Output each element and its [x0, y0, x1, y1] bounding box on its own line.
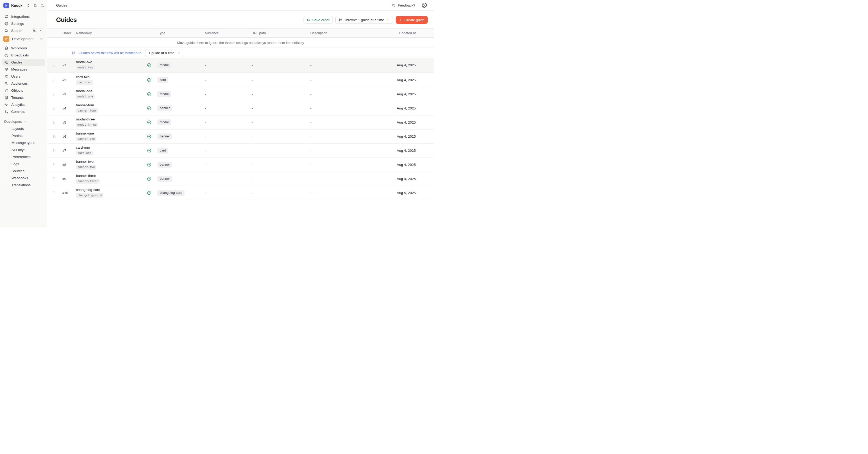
sidebar-subitem-label: Layouts — [11, 127, 24, 131]
sidebar-item-settings[interactable]: Settings — [2, 20, 45, 27]
drag-handle[interactable] — [53, 149, 59, 152]
sidebar-subitem-sources[interactable]: Sources — [7, 167, 45, 174]
updated-at-cell: Aug 4, 2025 — [374, 63, 416, 67]
workspace-logo: k — [3, 3, 9, 8]
drag-handle[interactable] — [53, 78, 59, 82]
developers-section-toggle[interactable]: Developers — [2, 118, 45, 124]
guide-row-banner-three[interactable]: #9 banner-three banner-three banner - - … — [47, 172, 434, 186]
column-header-description: Description — [309, 31, 374, 35]
url-path-cell: - — [250, 149, 309, 152]
sidebar-item-tenants[interactable]: Tenants — [2, 94, 45, 101]
guide-key-badge: banner-four — [76, 108, 98, 113]
updated-at-cell: Aug 4, 2025 — [374, 78, 416, 82]
guide-row-banner-one[interactable]: #6 banner-one banner-one banner - - - Au… — [47, 130, 434, 144]
sidebar-item-label: Workflows — [11, 46, 27, 50]
name-key-cell: modal-one modal-one — [71, 89, 147, 99]
throttle-ignore-drop-zone[interactable]: Move guides here to ignore the throttle … — [47, 38, 434, 48]
chevron-down-icon — [24, 120, 27, 123]
guide-row-changelog-card[interactable]: #10 changelog-card changelog-card change… — [47, 186, 434, 200]
url-path-cell: - — [250, 163, 309, 167]
bell-icon[interactable] — [33, 3, 37, 7]
throttle-divider-row[interactable]: Guides below this row will be throttled … — [47, 48, 434, 58]
sidebar-item-label: Users — [11, 75, 20, 78]
drag-handle[interactable] — [53, 135, 59, 138]
sidebar-item-audiences[interactable]: Audiences — [2, 80, 45, 87]
type-badge: banner — [157, 105, 172, 111]
guides-icon — [4, 60, 9, 64]
url-path-cell: - — [250, 63, 309, 67]
drag-handle[interactable] — [53, 191, 59, 195]
environment-switcher[interactable]: Development — [2, 35, 45, 42]
sidebar-subitem-translations[interactable]: Translations — [7, 181, 45, 189]
audience-cell: - — [203, 191, 250, 195]
sidebar-main-nav: Workflows Broadcasts Guides Messages Use… — [0, 45, 47, 115]
status-cell — [147, 163, 157, 167]
sidebar-item-messages[interactable]: Messages — [2, 66, 45, 73]
throttle-value-dropdown[interactable]: 1 guide at a time — [145, 49, 183, 57]
feedback-button[interactable]: Feedback? — [392, 3, 415, 7]
save-order-button[interactable]: Save order — [304, 16, 333, 24]
drag-dots-icon — [53, 78, 56, 82]
sidebar-subitem-label: Sources — [11, 169, 25, 173]
guide-row-banner-four[interactable]: #4 banner-four banner-four banner - - - … — [47, 101, 434, 115]
audience-cell: - — [203, 63, 250, 67]
description-cell: - — [309, 106, 374, 110]
sidebar-subitem-layouts[interactable]: Layouts — [7, 125, 45, 132]
guide-name: card-two — [76, 75, 90, 79]
sidebar: k Knock Integrations Settings Search ⌘K … — [0, 0, 47, 227]
check-circle-icon — [147, 63, 151, 67]
guide-row-modal-two[interactable]: #1 modal-two modal-two modal - - - Aug 4… — [47, 58, 434, 73]
guide-row-modal-one[interactable]: #3 modal-one modal-one modal - - - Aug 4… — [47, 87, 434, 101]
chevrons-up-down-icon[interactable] — [26, 3, 30, 7]
sidebar-item-broadcasts[interactable]: Broadcasts — [2, 52, 45, 59]
sidebar-subitem-api-keys[interactable]: API keys — [7, 146, 45, 153]
drag-dots-icon — [53, 120, 56, 124]
sidebar-item-analytics[interactable]: Analytics — [2, 101, 45, 108]
guide-row-card-two[interactable]: #2 card-two card-two card - - - Aug 4, 2… — [47, 73, 434, 87]
sidebar-item-objects[interactable]: Objects — [2, 87, 45, 94]
user-avatar-button[interactable] — [422, 2, 427, 8]
guide-row-modal-three[interactable]: #5 modal-three modal-three modal - - - A… — [47, 115, 434, 130]
sidebar-subitem-webhooks[interactable]: Webhooks — [7, 174, 45, 181]
type-badge: banner — [157, 134, 172, 140]
drag-handle[interactable] — [53, 63, 59, 67]
description-cell: - — [309, 63, 374, 67]
throttle-dropdown-button[interactable]: Throttle: 1 guide at a time — [335, 16, 393, 24]
sidebar-item-commits[interactable]: Commits — [2, 108, 45, 115]
drag-handle[interactable] — [53, 92, 59, 96]
check-circle-icon — [147, 163, 151, 167]
name-key-cell: card-one card-one — [71, 146, 147, 155]
sidebar-subitem-partials[interactable]: Partials — [7, 132, 45, 139]
status-cell — [147, 191, 157, 195]
description-cell: - — [309, 149, 374, 152]
guide-name: banner-two — [76, 160, 94, 164]
sidebar-item-guides[interactable]: Guides — [2, 59, 45, 66]
table-header: Order Name/Key Type Audience URL path De… — [47, 28, 434, 38]
create-guide-button[interactable]: Create guide — [396, 16, 428, 24]
sidebar-item-integrations[interactable]: Integrations — [2, 13, 45, 20]
search-icon — [4, 28, 9, 33]
sidebar-item-label: Settings — [11, 22, 24, 26]
drag-handle[interactable] — [53, 106, 59, 110]
sidebar-item-users[interactable]: Users — [2, 73, 45, 80]
status-cell — [147, 78, 157, 82]
drag-handle[interactable] — [53, 177, 59, 181]
type-badge: banner — [157, 176, 172, 182]
workspace-switcher[interactable]: k Knock — [0, 0, 47, 11]
sidebar-subitem-logs[interactable]: Logs — [7, 161, 45, 167]
sidebar-subitem-label: Partials — [11, 134, 23, 138]
status-cell — [147, 120, 157, 124]
sidebar-subitem-message-types[interactable]: Message types — [7, 139, 45, 146]
guide-row-banner-two[interactable]: #8 banner-two banner-two banner - - - Au… — [47, 158, 434, 172]
drag-handle[interactable] — [53, 120, 59, 124]
sidebar-item-workflows[interactable]: Workflows — [2, 45, 45, 52]
drag-handle[interactable] — [53, 163, 59, 167]
url-path-cell: - — [250, 135, 309, 138]
search-icon[interactable] — [40, 3, 44, 7]
guide-name: modal-two — [76, 60, 92, 64]
throttle-value-label: 1 guide at a time — [149, 51, 175, 55]
breadcrumb: Guides — [56, 3, 67, 7]
sidebar-item-search[interactable]: Search ⌘K — [2, 27, 45, 34]
guide-row-card-one[interactable]: #7 card-one card-one card - - - Aug 4, 2… — [47, 144, 434, 158]
sidebar-subitem-preferences[interactable]: Preferences — [7, 153, 45, 161]
